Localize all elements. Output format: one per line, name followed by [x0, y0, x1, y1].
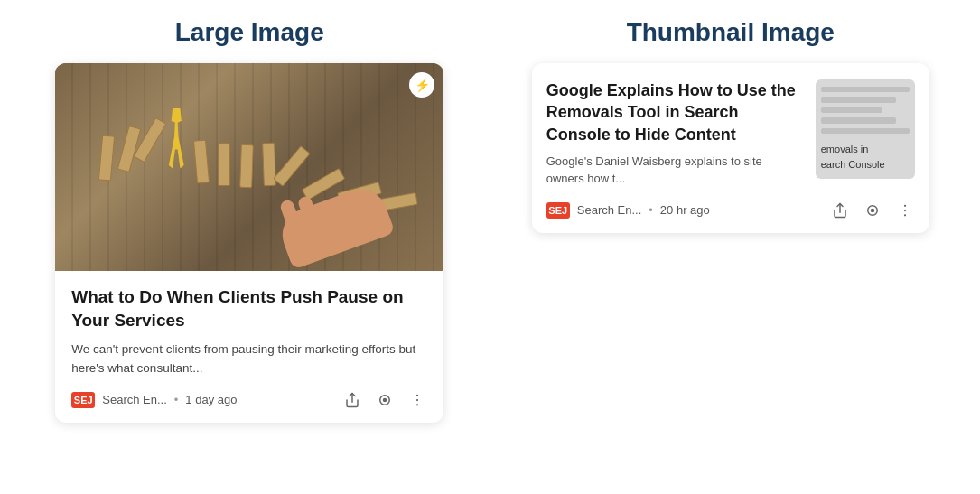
thumbnail-image-title: Thumbnail Image	[627, 18, 835, 47]
img-line-5	[821, 128, 910, 134]
thumb-image-container: emovals inearch Console	[816, 79, 915, 179]
domino-4	[193, 139, 210, 183]
lightning-icon: ⚡	[415, 78, 430, 92]
large-card-article-title: What to Do When Clients Push Pause on Yo…	[71, 285, 427, 331]
thumbnail-image-section: Thumbnail Image Google Explains How to U…	[518, 18, 945, 233]
large-card-body: What to Do When Clients Push Pause on Yo…	[55, 271, 443, 423]
footer-icons-large	[342, 390, 427, 410]
dot-separator-large: •	[174, 393, 179, 406]
domino-3	[134, 117, 167, 163]
source-name-large: Search En...	[102, 393, 167, 406]
large-card-footer: SEJ Search En... • 1 day ago	[71, 390, 427, 410]
large-card-image: ⚡	[55, 63, 443, 271]
thumb-text: Google Explains How to Use the Removals …	[546, 79, 803, 188]
svg-point-5	[416, 404, 418, 405]
large-card-description: We can't prevent clients from pausing th…	[71, 340, 427, 377]
thumb-description: Google's Daniel Waisberg explains to sit…	[546, 153, 803, 188]
footer-icons-thumb	[830, 200, 915, 220]
source-name-thumb: Search En...	[577, 203, 642, 217]
share-icon-large[interactable]	[342, 390, 362, 410]
img-line-4	[821, 117, 896, 123]
share-icon-thumb[interactable]	[830, 200, 850, 220]
svg-point-10	[904, 210, 906, 211]
svg-point-9	[904, 205, 906, 207]
img-line-3	[821, 107, 883, 113]
source-badge-thumb: SEJ	[546, 202, 570, 219]
person-silhouette	[163, 108, 189, 172]
dot-separator-thumb: •	[649, 203, 653, 217]
svg-point-3	[416, 394, 418, 396]
large-image-section: Large Image ⚡	[36, 18, 463, 423]
domino-6	[239, 144, 254, 188]
img-line-2	[821, 97, 896, 102]
img-line-1	[821, 87, 910, 92]
thumbnail-card: Google Explains How to Use the Removals …	[532, 63, 929, 233]
domino-5	[218, 143, 230, 186]
svg-point-4	[416, 399, 418, 401]
domino-1	[98, 135, 115, 181]
more-options-icon-large[interactable]	[407, 390, 427, 410]
domino-8	[273, 145, 311, 187]
dot-circle-icon-thumb[interactable]	[863, 200, 882, 220]
thumb-overlay-text: emovals inearch Console	[821, 142, 910, 172]
svg-point-11	[904, 214, 906, 216]
lightning-badge: ⚡	[409, 72, 434, 98]
thumb-card-footer: SEJ Search En... • 20 hr ago	[546, 200, 915, 220]
source-badge-large: SEJ	[71, 392, 95, 408]
thumb-content: Google Explains How to Use the Removals …	[546, 79, 915, 188]
hand-area	[275, 182, 396, 269]
time-ago-thumb: 20 hr ago	[660, 203, 710, 217]
thumb-article-title: Google Explains How to Use the Removals …	[546, 79, 803, 145]
thumb-img-visual: emovals inearch Console	[816, 79, 915, 179]
dot-circle-icon-large[interactable]	[375, 390, 395, 410]
large-image-title: Large Image	[175, 18, 324, 47]
more-options-icon-thumb[interactable]	[895, 200, 915, 220]
svg-point-1	[383, 398, 387, 403]
svg-point-7	[871, 209, 875, 213]
time-ago-large: 1 day ago	[185, 393, 237, 406]
large-card: ⚡ What to Do When Clients Push Pause on …	[55, 63, 443, 423]
domino-scene: ⚡	[55, 63, 443, 271]
